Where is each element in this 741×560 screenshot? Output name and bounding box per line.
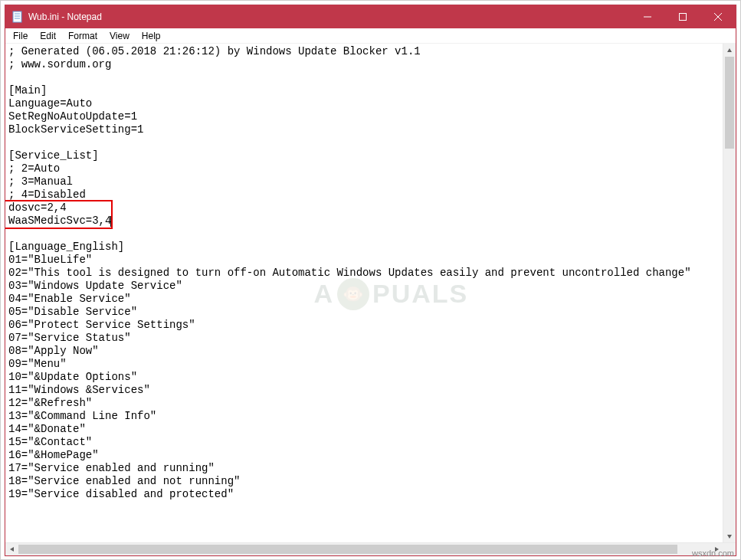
vscroll-track[interactable] — [723, 57, 736, 529]
menubar: File Edit Format View Help — [5, 28, 736, 44]
editor-line[interactable]: 12="&Refresh" — [8, 397, 720, 410]
editor-line[interactable] — [8, 71, 720, 84]
window-title: Wub.ini - Notepad — [28, 11, 102, 22]
text-editor[interactable]: ; Generated (06.05.2018 21:26:12) by Win… — [5, 44, 723, 542]
vscroll-thumb[interactable] — [725, 57, 734, 149]
source-watermark: wsxdn.com — [692, 549, 734, 558]
editor-line[interactable]: 09="Menu" — [8, 358, 720, 371]
window-controls — [630, 5, 736, 28]
editor-line[interactable]: 13="&Command Line Info" — [8, 410, 720, 423]
editor-line[interactable]: BlockServiceSetting=1 — [8, 123, 720, 136]
editor-line[interactable]: 04="Enable Service" — [8, 293, 720, 306]
editor-line[interactable]: 16="&HomePage" — [8, 449, 720, 462]
maximize-button[interactable] — [665, 5, 700, 28]
notepad-icon — [11, 11, 24, 23]
menu-edit[interactable]: Edit — [34, 29, 62, 43]
horizontal-scrollbar[interactable] — [5, 542, 736, 555]
editor-line[interactable]: 06="Protect Service Settings" — [8, 319, 720, 332]
scroll-up-arrow[interactable] — [723, 44, 736, 57]
editor-line[interactable]: dosvc=2,4 — [8, 201, 720, 215]
editor-line[interactable]: SetRegNoAutoUpdate=1 — [8, 110, 720, 123]
editor-line[interactable]: [Main] — [8, 84, 720, 97]
minimize-button[interactable] — [630, 5, 665, 28]
editor-line[interactable]: 05="Disable Service" — [8, 306, 720, 319]
editor-line[interactable] — [8, 228, 720, 241]
editor-line[interactable]: [Service_List] — [8, 149, 720, 162]
editor-line[interactable]: 10="&Update Options" — [8, 371, 720, 384]
editor-line[interactable]: 14="&Donate" — [8, 423, 720, 436]
content-area: ; Generated (06.05.2018 21:26:12) by Win… — [5, 44, 736, 542]
svg-marker-9 — [727, 535, 732, 539]
editor-line[interactable]: Language=Auto — [8, 97, 720, 110]
svg-marker-10 — [10, 547, 14, 552]
editor-line[interactable]: ; 3=Manual — [8, 175, 720, 188]
hscroll-track[interactable] — [18, 543, 710, 555]
notepad-window: Wub.ini - Notepad File Edit Format View … — [5, 5, 736, 556]
svg-rect-0 — [13, 11, 21, 22]
vertical-scrollbar[interactable] — [723, 44, 736, 542]
hscroll-thumb[interactable] — [18, 545, 677, 554]
editor-line[interactable]: WaaSMedicSvc=3,4 — [8, 215, 720, 228]
editor-line[interactable]: 02="This tool is designed to turn off-on… — [8, 267, 720, 280]
editor-line[interactable]: 18="Service enabled and not running" — [8, 475, 720, 488]
svg-marker-8 — [727, 48, 732, 52]
editor-line[interactable]: ; 2=Auto — [8, 162, 720, 175]
editor-line[interactable]: ; 4=Disabled — [8, 188, 720, 201]
editor-line[interactable]: ; Generated (06.05.2018 21:26:12) by Win… — [8, 45, 720, 58]
editor-line[interactable]: 01="BlueLife" — [8, 254, 720, 267]
scroll-left-arrow[interactable] — [5, 543, 18, 555]
svg-rect-5 — [680, 14, 687, 21]
menu-view[interactable]: View — [103, 29, 136, 43]
close-button[interactable] — [700, 5, 736, 28]
menu-file[interactable]: File — [7, 29, 34, 43]
editor-line[interactable]: ; www.sordum.org — [8, 58, 720, 71]
editor-line[interactable]: [Language_English] — [8, 241, 720, 254]
editor-line[interactable] — [8, 136, 720, 149]
editor-line[interactable]: 17="Service enabled and running" — [8, 462, 720, 475]
editor-line[interactable]: 03="Windows Update Service" — [8, 280, 720, 293]
editor-line[interactable]: 07="Service Status" — [8, 332, 720, 345]
titlebar[interactable]: Wub.ini - Notepad — [5, 5, 736, 28]
editor-line[interactable]: 08="Apply Now" — [8, 345, 720, 358]
menu-format[interactable]: Format — [62, 29, 103, 43]
scroll-down-arrow[interactable] — [723, 529, 736, 542]
editor-line[interactable]: 11="Windows &Services" — [8, 384, 720, 397]
editor-line[interactable]: 15="&Contact" — [8, 436, 720, 449]
menu-help[interactable]: Help — [136, 29, 167, 43]
editor-line[interactable]: 19="Service disabled and protected" — [8, 488, 720, 501]
